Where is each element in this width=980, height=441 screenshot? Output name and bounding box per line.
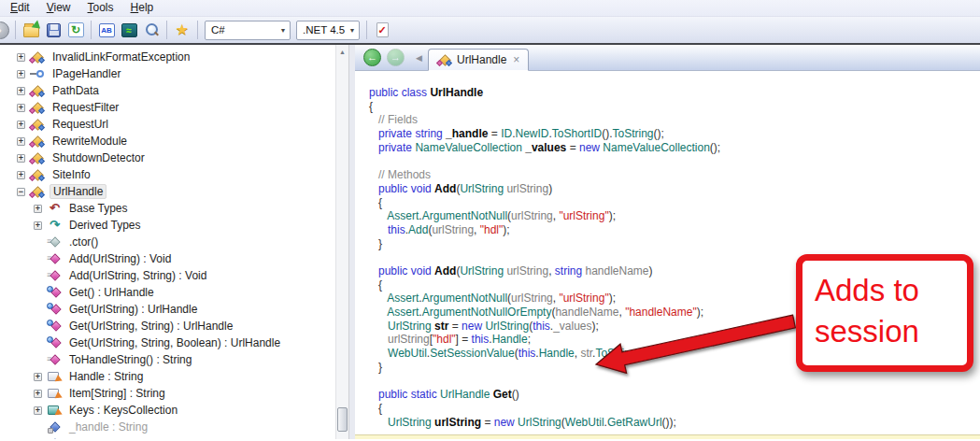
tree-item-tohandlestring-string[interactable]: ≡ToHandleString() : String: [0, 351, 335, 368]
expand-icon[interactable]: +: [34, 373, 42, 381]
verify-icon-glyph: ✓: [376, 22, 389, 37]
method-icon: ≡: [47, 268, 66, 283]
menu-bar: EditViewToolsHelp: [0, 0, 980, 17]
rename-ab-icon[interactable]: AB: [96, 20, 117, 40]
tree-item-label: Add(UrlString) : Void: [66, 251, 174, 266]
expand-icon[interactable]: +: [17, 53, 25, 62]
search-icon[interactable]: [141, 20, 162, 40]
main-area: +InvalidLinkFormatException+IPageHandler…: [0, 45, 980, 439]
tree-item-invalidlinkformatexception[interactable]: +InvalidLinkFormatException: [0, 49, 335, 65]
favorites-star-icon[interactable]: ★: [172, 20, 192, 40]
keys-collection-icon: [47, 403, 66, 418]
tree-scrollbar[interactable]: ▲: [335, 45, 348, 439]
tree-item-label: ToHandleString() : String: [66, 352, 194, 367]
open-folder-icon[interactable]: [21, 20, 41, 40]
tree-item-keys-keyscollection[interactable]: +Keys : KeysCollection: [0, 402, 335, 419]
menu-help[interactable]: Help: [122, 0, 163, 16]
nav-circle-icon-glyph: ›: [0, 21, 9, 39]
language-combo[interactable]: C#▼: [205, 21, 291, 40]
tree-item-handle-string[interactable]: +Handle : String: [0, 368, 335, 385]
tree-item-label: Get(UrlString, String, Boolean) : UrlHan…: [66, 335, 283, 350]
tree-item-requestfilter[interactable]: +RequestFilter: [0, 99, 335, 116]
chevron-down-icon[interactable]: ▼: [277, 27, 290, 34]
code-line: Assert.ArgumentNotNull(urlString, "urlSt…: [369, 209, 980, 223]
save-icon[interactable]: [43, 20, 64, 40]
toolbar-separator: [15, 21, 16, 39]
language-combo-value: C#: [206, 24, 277, 36]
expand-icon[interactable]: +: [17, 104, 25, 112]
disassembly-icon[interactable]: ≈: [119, 20, 139, 40]
tree-item-values-namevaluecollection[interactable]: _values : NameValueCollection: [0, 435, 335, 439]
save-icon-glyph: [47, 23, 61, 37]
tree-item-urlhandle[interactable]: −UrlHandle: [0, 183, 335, 200]
tree-item-get-urlhandle[interactable]: Get() : UrlHandle: [0, 284, 335, 301]
code-line: [369, 154, 980, 168]
class-icon: [30, 167, 50, 182]
field-icon: [47, 420, 66, 434]
tree-item-label: PathData: [50, 83, 102, 98]
toolbar-separator: [366, 21, 367, 39]
tab-label: UrlHandle: [457, 53, 506, 66]
scrollbar-thumb[interactable]: [337, 407, 348, 432]
code-line: {: [369, 100, 980, 114]
expand-icon[interactable]: +: [17, 121, 25, 129]
scroll-up-icon[interactable]: ▲: [336, 45, 348, 59]
tree-item-ipagehandler[interactable]: +IPageHandler: [0, 65, 335, 82]
expand-icon[interactable]: +: [34, 390, 42, 398]
code-line: private string _handle = ID.NewID.ToShor…: [369, 127, 980, 141]
tab-close-icon[interactable]: ×: [513, 53, 519, 66]
class-icon: [30, 184, 50, 199]
verify-icon[interactable]: ✓: [372, 20, 392, 40]
tree-item-get-urlstring-string-boolean-urlhandle[interactable]: Get(UrlString, String, Boolean) : UrlHan…: [0, 334, 335, 351]
tree-item-handle-string[interactable]: _handle : String: [0, 419, 335, 435]
tree-item-add-urlstring-string-void[interactable]: ≡Add(UrlString, String) : Void: [0, 267, 335, 284]
collapse-icon[interactable]: −: [17, 188, 25, 196]
expand-icon[interactable]: +: [17, 87, 25, 95]
tree-item-label: SiteInfo: [50, 167, 93, 182]
tree-item-base-types[interactable]: +↶Base Types: [0, 200, 335, 217]
tree-item-pathdata[interactable]: +PathData: [0, 82, 335, 99]
expand-icon[interactable]: +: [34, 205, 42, 213]
search-icon-glyph: [144, 22, 159, 37]
tree-item-label: Get(UrlString, String) : UrlHandle: [66, 319, 235, 334]
class-icon: [30, 50, 50, 64]
tree-item-requesturl[interactable]: +RequestUrl: [0, 116, 335, 133]
menu-edit[interactable]: Edit: [2, 0, 38, 16]
tree-item-label: Add(UrlString, String) : Void: [66, 268, 209, 283]
tree-item-label: Handle : String: [66, 369, 146, 384]
tree-item-label: Get(UrlString) : UrlHandle: [66, 302, 200, 317]
tree-item-rewritemodule[interactable]: +RewriteModule: [0, 133, 335, 149]
static-method-icon: [47, 335, 66, 350]
tree-item-add-urlstring-void[interactable]: ≡Add(UrlString) : Void: [0, 250, 335, 267]
expand-icon[interactable]: +: [34, 221, 42, 230]
static-method-icon: [47, 302, 66, 317]
chevron-down-icon[interactable]: ▼: [346, 27, 359, 34]
class-icon: [30, 83, 50, 98]
forward-button[interactable]: →: [387, 49, 405, 66]
tree-item-get-urlstring-urlhandle[interactable]: Get(UrlString) : UrlHandle: [0, 301, 335, 318]
tree-item-derived-types[interactable]: +↷Derived Types: [0, 217, 335, 234]
refresh-icon[interactable]: ↻: [65, 20, 86, 40]
nav-circle-icon[interactable]: ›: [0, 20, 10, 40]
code-line: public class UrlHandle: [369, 86, 980, 100]
tab-urlhandle[interactable]: UrlHandle ×: [428, 49, 529, 71]
expand-icon[interactable]: +: [17, 70, 25, 78]
tree-item-siteinfo[interactable]: +SiteInfo: [0, 166, 335, 183]
tree-item-ctor[interactable]: ≡.ctor(): [0, 234, 335, 250]
expand-icon[interactable]: +: [17, 137, 25, 146]
tab-scroll-left-icon[interactable]: ◀: [416, 53, 422, 63]
tree-item-get-urlstring-string-urlhandle[interactable]: Get(UrlString, String) : UrlHandle: [0, 318, 335, 334]
expand-icon[interactable]: +: [34, 406, 42, 415]
tree-item-shutdowndetector[interactable]: +ShutdownDetector: [0, 149, 335, 166]
framework-combo-value: .NET 4.5: [297, 24, 346, 36]
expand-icon[interactable]: +: [17, 154, 25, 163]
class-icon: [437, 52, 453, 67]
menu-view[interactable]: View: [38, 0, 79, 16]
expand-icon[interactable]: +: [17, 171, 25, 179]
tree-item-item-string-string[interactable]: +Item[String] : String: [0, 385, 335, 402]
back-button[interactable]: ←: [363, 49, 381, 66]
tree-item-label: _handle : String: [66, 420, 150, 434]
menu-tools[interactable]: Tools: [79, 0, 122, 16]
framework-combo[interactable]: .NET 4.5▼: [296, 21, 360, 40]
refresh-icon-glyph: ↻: [68, 22, 84, 37]
